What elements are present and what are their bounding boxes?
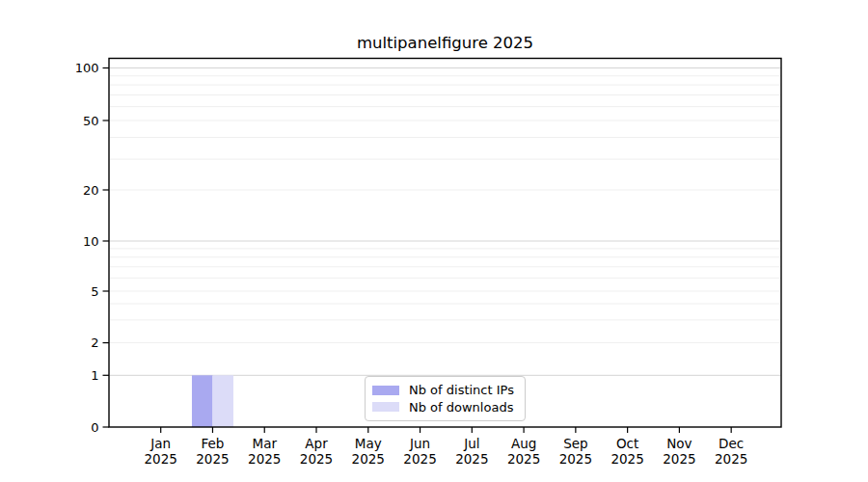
x-tick-label-year: 2025	[715, 451, 747, 467]
legend-label-downloads: Nb of downloads	[409, 399, 513, 415]
figure: multipanelfigure 2025 0125102050100Jan20…	[0, 0, 868, 482]
x-tick-label-month: Jul	[463, 436, 479, 451]
legend: Nb of distinct IPs Nb of downloads	[365, 376, 526, 421]
x-tick-label-year: 2025	[455, 451, 488, 467]
x-tick-label-month: Sep	[563, 436, 587, 451]
x-tick-label-month: Aug	[511, 436, 536, 451]
x-tick-label-month: Oct	[616, 436, 638, 451]
legend-item-downloads: Nb of downloads	[372, 399, 517, 415]
x-tick-label-year: 2025	[300, 451, 333, 467]
y-tick-label: 5	[91, 284, 98, 299]
x-tick-label-year: 2025	[663, 451, 695, 467]
x-tick-label-month: Mar	[252, 436, 277, 451]
axes-frame	[109, 59, 781, 428]
x-tick-label-month: Jun	[409, 436, 430, 451]
legend-swatch-downloads	[372, 402, 399, 412]
x-tick-label-year: 2025	[196, 451, 229, 467]
bar-distinct-ips-feb	[192, 375, 213, 427]
x-tick-label-year: 2025	[145, 451, 177, 467]
x-tick-label-month: Jan	[149, 436, 171, 451]
legend-swatch-distinct-ips	[372, 386, 399, 395]
y-tick-label: 20	[83, 183, 99, 198]
x-tick-label-month: Apr	[305, 436, 328, 451]
legend-label-distinct-ips: Nb of distinct IPs	[409, 382, 514, 398]
legend-item-distinct-ips: Nb of distinct IPs	[372, 382, 517, 398]
x-tick-label-year: 2025	[610, 451, 643, 467]
x-tick-label-year: 2025	[559, 451, 592, 467]
y-tick-label: 100	[75, 61, 99, 75]
x-tick-label-month: Dec	[719, 436, 744, 451]
bar-downloads-feb	[212, 375, 233, 427]
x-tick-label-month: Feb	[202, 436, 225, 451]
y-tick-label: 10	[83, 234, 99, 249]
y-tick-label: 2	[91, 335, 98, 350]
x-tick-label-year: 2025	[352, 451, 385, 467]
y-tick-label: 50	[83, 114, 99, 128]
y-tick-label: 0	[91, 420, 98, 435]
x-tick-label-year: 2025	[507, 451, 540, 467]
x-tick-label-year: 2025	[248, 451, 281, 467]
y-tick-label: 1	[91, 368, 98, 383]
x-tick-label-month: Nov	[666, 436, 692, 451]
x-tick-label-year: 2025	[403, 451, 436, 467]
x-tick-label-month: May	[355, 436, 382, 451]
